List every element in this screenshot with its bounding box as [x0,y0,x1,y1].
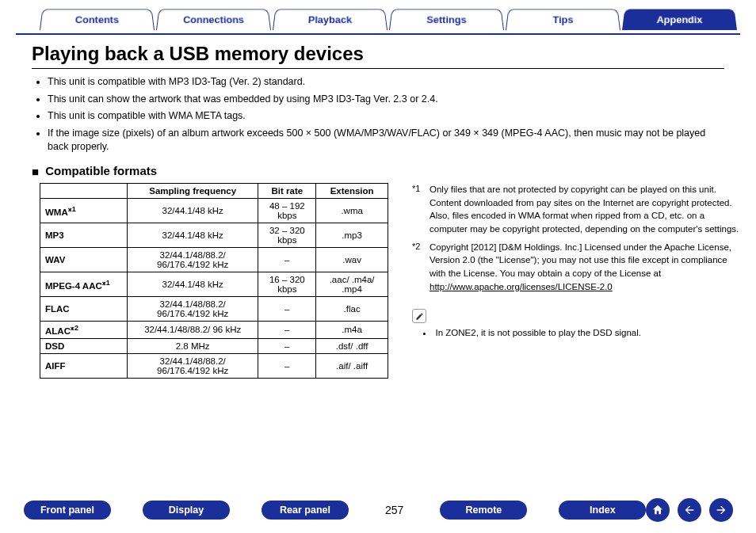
pill-index[interactable]: Index [559,501,646,520]
cell-sampling: 32/44.1/48/88.2/ 96/176.4/192 kHz [128,248,258,272]
cell-extension: .m4a [316,322,388,339]
cell-bitrate: – [258,297,316,322]
cell-sampling: 32/44.1/48 kHz [128,199,258,223]
cell-format-name: WMA⁎1 [40,199,128,223]
table-row: ALAC⁎232/44.1/48/88.2/ 96 kHz–.m4a [40,322,388,339]
pill-remote[interactable]: Remote [440,501,527,520]
pill-front-panel[interactable]: Front panel [24,501,111,520]
cell-format-name: WAV [40,248,128,272]
tab-appendix[interactable]: Appendix [622,9,737,30]
intro-bullets: This unit is compatible with MP3 ID3-Tag… [48,75,724,154]
cell-sampling: 2.8 MHz [128,338,258,353]
section-title: Compatible formats [45,164,157,177]
cell-extension: .aif/ .aiff [316,353,388,378]
footnote-mark: *1 [412,183,430,236]
bullet-item: If the image size (pixels) of an album a… [48,127,724,154]
formats-table: Sampling frequency Bit rate Extension WM… [40,183,388,379]
zone-note: In ZONE2, it is not possible to play the… [423,326,740,340]
pill-display[interactable]: Display [143,501,230,520]
cell-format-name: FLAC [40,297,128,322]
table-row: WMA⁎132/44.1/48 kHz48 – 192 kbps.wma [40,199,388,223]
cell-bitrate: – [258,353,316,378]
cell-format-name: MP3 [40,223,128,248]
prev-icon[interactable] [678,498,701,522]
tab-settings[interactable]: Settings [389,9,504,30]
cell-sampling: 32/44.1/48 kHz [128,272,258,297]
cell-sampling: 32/44.1/48/88.2/ 96/176.4/192 kHz [128,297,258,322]
home-icon[interactable] [646,498,670,522]
cell-bitrate: – [258,322,316,339]
cell-extension: .wav [316,248,388,272]
footnote-text: Only files that are not protected by cop… [430,183,740,236]
bullet-item: This unit is compatible with MP3 ID3-Tag… [48,75,724,89]
cell-extension: .dsf/ .dff [316,338,388,353]
cell-bitrate: 16 – 320 kbps [258,272,316,297]
cell-extension: .wma [316,199,388,223]
cell-bitrate: – [258,338,316,353]
page-title: Playing back a USB memory devices [32,43,740,65]
tab-tips[interactable]: Tips [506,9,620,30]
th-bitrate: Bit rate [258,184,316,199]
cell-sampling: 32/44.1/48 kHz [128,223,258,248]
cell-extension: .flac [316,297,388,322]
cell-extension: .mp3 [316,223,388,248]
footnote-2: *2 Copyright [2012] [D&M Holdings. Inc.]… [412,241,740,294]
tab-bar: Contents Connections Playback Settings T… [16,8,740,30]
table-row: DSD2.8 MHz–.dsf/ .dff [40,338,388,353]
table-row: AIFF32/44.1/48/88.2/ 96/176.4/192 kHz–.a… [40,353,388,378]
footnote-1: *1 Only files that are not protected by … [412,183,740,236]
cell-format-name: MPEG-4 AAC⁎1 [40,272,128,297]
cell-sampling: 32/44.1/48/88.2/ 96/176.4/192 kHz [128,353,258,378]
bullet-item: This unit can show the artwork that was … [48,93,724,107]
cell-extension: .aac/ .m4a/ .mp4 [316,272,388,297]
license-link[interactable]: http://www.apache.org/licenses/LICENSE-2… [430,282,613,291]
bottom-bar: Front panel Display Rear panel 257 Remot… [0,498,756,522]
cell-bitrate: 32 – 320 kbps [258,223,316,248]
square-bullet-icon: ■ [32,165,39,178]
tab-connections[interactable]: Connections [156,9,271,30]
section-header: ■ Compatible formats [32,164,740,179]
th-blank [40,184,128,199]
note-icon [412,309,426,323]
tab-playback[interactable]: Playback [273,9,388,30]
cell-format-name: ALAC⁎2 [40,322,128,339]
cell-format-name: DSD [40,338,128,353]
footnote-text: Copyright [2012] [D&M Holdings. Inc.] Li… [430,241,740,294]
cell-bitrate: 48 – 192 kbps [258,199,316,223]
cell-format-name: AIFF [40,353,128,378]
bullet-item: This unit is compatible with WMA META ta… [48,109,724,124]
table-row: WAV32/44.1/48/88.2/ 96/176.4/192 kHz–.wa… [40,248,388,272]
cell-bitrate: – [258,248,316,272]
table-row: FLAC32/44.1/48/88.2/ 96/176.4/192 kHz–.f… [40,297,388,322]
next-icon[interactable] [709,498,733,522]
pill-rear-panel[interactable]: Rear panel [262,501,349,520]
page-number: 257 [380,504,408,516]
table-row: MPEG-4 AAC⁎132/44.1/48 kHz16 – 320 kbps.… [40,272,388,297]
footnote-mark: *2 [412,241,430,294]
th-extension: Extension [316,184,388,199]
cell-sampling: 32/44.1/48/88.2/ 96 kHz [128,322,258,339]
table-row: MP332/44.1/48 kHz32 – 320 kbps.mp3 [40,223,388,248]
th-sampling: Sampling frequency [128,184,258,199]
tab-contents[interactable]: Contents [40,9,155,30]
